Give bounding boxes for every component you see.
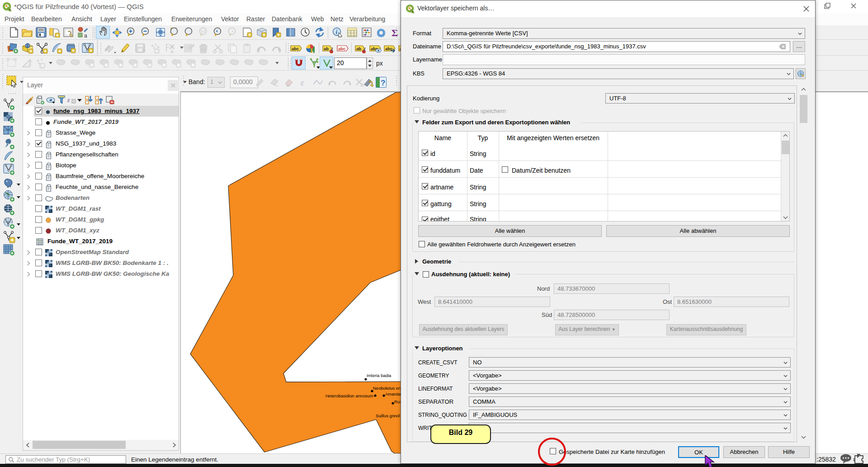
svg-text:abc: abc xyxy=(338,46,345,51)
svg-text:ε: ε xyxy=(301,78,304,87)
svg-text:abc: abc xyxy=(292,46,299,51)
svg-text:Imleria badia: Imleria badia xyxy=(367,373,392,378)
svg-text:ε: ε xyxy=(67,96,70,104)
svg-text:i: i xyxy=(336,28,338,35)
svg-text:Suillus grevil: Suillus grevil xyxy=(376,413,400,418)
svg-text:Neoboletus ery: Neoboletus ery xyxy=(373,386,402,391)
svg-text:Σ: Σ xyxy=(392,27,398,38)
svg-text:?: ? xyxy=(381,79,385,87)
svg-text:1:1: 1:1 xyxy=(201,30,205,33)
svg-text:a: a xyxy=(84,33,87,38)
svg-text:Amanita: Amanita xyxy=(385,392,401,396)
svg-text:Heterobasidion annosum: Heterobasidion annosum xyxy=(326,393,373,398)
